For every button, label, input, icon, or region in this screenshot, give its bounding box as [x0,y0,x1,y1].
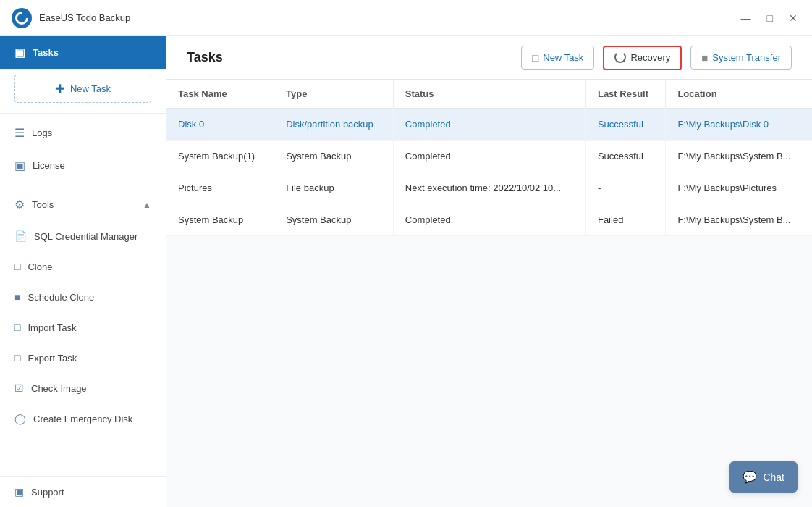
recovery-btn-label: Recovery [630,52,670,63]
sidebar-item-support[interactable]: ▣ Support [0,477,166,507]
task-name-cell: System Backup [166,204,274,236]
col-type: Type [274,80,394,109]
sidebar-divider-1 [0,113,166,114]
logo-icon [12,9,30,27]
task-table-body: Disk 0Disk/partition backupCompletedSucc… [166,109,812,236]
new-task-btn-label: New Task [70,83,111,94]
header-new-task-button[interactable]: □ New Task [521,46,594,70]
titlebar: EaseUS Todo Backup — □ ✕ [0,0,812,36]
system-transfer-icon: ■ [701,51,708,64]
schedule-clone-icon: ■ [14,291,20,303]
license-icon: ▣ [14,159,25,172]
last-result-cell: Successful [585,141,665,172]
recovery-icon [614,51,626,63]
clone-icon: □ [14,261,20,272]
plus-icon: ✚ [55,82,64,96]
sidebar-schedule-clone-label: Schedule Clone [28,292,94,303]
tools-left: ⚙ Tools [14,198,54,211]
task-name-cell: Disk 0 [166,109,274,141]
task-table-container: Task Name Type Status Last Result Locati… [166,80,812,507]
col-status: Status [393,80,585,109]
location-cell: F:\My Backups\Pictures [666,172,812,204]
sidebar-item-schedule-clone[interactable]: ■ Schedule Clone [0,282,166,312]
sidebar-item-tools[interactable]: ⚙ Tools ▲ [0,188,166,221]
sidebar-create-emergency-label: Create Emergency Disk [33,414,132,424]
table-row[interactable]: System BackupSystem BackupCompletedFaile… [166,204,812,236]
sidebar-item-sql-credential[interactable]: 📄 SQL Credential Manager [0,221,166,251]
sidebar-tools-list: 📄 SQL Credential Manager □ Clone ■ Sched… [0,221,166,476]
new-task-button[interactable]: ✚ New Task [14,75,151,103]
window-controls: — □ ✕ [738,9,800,27]
app-logo [12,8,32,28]
sidebar-item-clone[interactable]: □ Clone [0,251,166,282]
system-transfer-btn-label: System Transfer [712,52,781,63]
sidebar-item-license[interactable]: ▣ License [0,149,166,182]
type-cell: File backup [274,172,394,204]
sidebar-logs-label: Logs [32,127,52,138]
support-icon: ▣ [14,486,24,498]
tasks-icon: ▣ [14,46,25,59]
tools-icon: ⚙ [14,198,25,211]
location-cell: F:\My Backups\System B... [666,141,812,172]
last-result-cell: - [585,172,665,204]
sidebar-item-import-task[interactable]: □ Import Task [0,312,166,343]
sidebar-clone-label: Clone [28,261,52,272]
app-title: EaseUS Todo Backup [39,12,738,23]
recovery-button[interactable]: Recovery [603,46,682,70]
content-area: Tasks □ New Task Recovery ■ System Trans… [166,36,812,507]
maximize-button[interactable]: □ [764,9,776,27]
table-row[interactable]: Disk 0Disk/partition backupCompletedSucc… [166,109,812,141]
system-transfer-button[interactable]: ■ System Transfer [690,46,792,70]
status-cell: Completed [393,141,585,172]
main-layout: ▣ Tasks ✚ New Task ☰ Logs ▣ License ⚙ To… [0,36,812,507]
sidebar-import-task-label: Import Task [28,322,76,333]
sidebar-item-tasks[interactable]: ▣ Tasks [0,36,166,69]
table-row[interactable]: System Backup(1)System BackupCompletedSu… [166,141,812,172]
sidebar-item-export-task[interactable]: □ Export Task [0,343,166,373]
sidebar-license-label: License [33,160,65,171]
table-row[interactable]: PicturesFile backupNext execution time: … [166,172,812,204]
content-header: Tasks □ New Task Recovery ■ System Trans… [166,36,812,80]
export-task-icon: □ [14,352,20,364]
sidebar-sql-label: SQL Credential Manager [34,231,138,242]
status-cell: Completed [393,204,585,236]
chat-btn-label: Chat [763,472,784,483]
col-location: Location [666,80,812,109]
sidebar-item-create-emergency[interactable]: ◯ Create Emergency Disk [0,403,166,434]
logs-icon: ☰ [14,126,25,140]
header-actions: □ New Task Recovery ■ System Transfer [521,46,792,70]
sidebar-item-logs[interactable]: ☰ Logs [0,117,166,149]
type-cell: System Backup [274,204,394,236]
type-cell: System Backup [274,141,394,172]
sidebar-item-check-image[interactable]: ☑ Check Image [0,373,166,403]
col-task-name: Task Name [166,80,274,109]
location-cell: F:\My Backups\System B... [666,204,812,236]
sidebar-divider-2 [0,185,166,185]
chevron-up-icon: ▲ [143,200,151,210]
last-result-cell: Successful [585,109,665,141]
last-result-cell: Failed [585,204,665,236]
import-task-icon: □ [14,322,20,333]
minimize-button[interactable]: — [738,9,754,27]
page-title: Tasks [187,50,521,65]
type-cell: Disk/partition backup [274,109,394,141]
task-name-cell: System Backup(1) [166,141,274,172]
sidebar-check-image-label: Check Image [31,383,87,394]
sidebar-support-label: Support [31,487,64,498]
chat-icon: 💬 [743,470,757,484]
sidebar-tasks-label: Tasks [33,47,59,58]
sql-icon: 📄 [14,230,27,242]
task-table: Task Name Type Status Last Result Locati… [166,80,812,236]
sidebar-bottom: ▣ Support [0,476,166,507]
chat-button[interactable]: 💬 Chat [729,461,798,493]
sidebar-tools-label: Tools [32,199,54,210]
status-cell: Completed [393,109,585,141]
task-name-cell: Pictures [166,172,274,204]
location-cell: F:\My Backups\Disk 0 [666,109,812,141]
create-emergency-icon: ◯ [14,413,26,424]
sidebar-export-task-label: Export Task [28,353,77,364]
col-last-result: Last Result [585,80,665,109]
table-header-row: Task Name Type Status Last Result Locati… [166,80,812,109]
close-button[interactable]: ✕ [786,9,800,27]
header-new-task-label: New Task [543,52,583,63]
